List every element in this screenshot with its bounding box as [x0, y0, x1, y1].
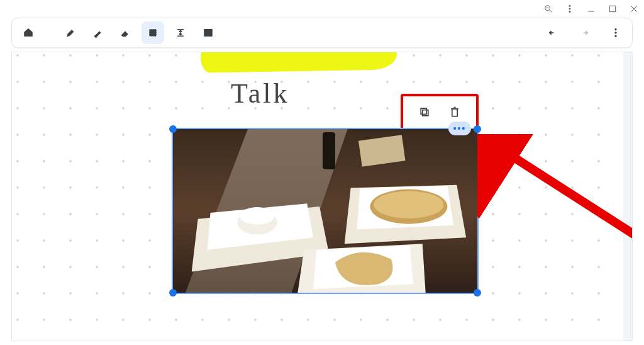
resize-handle-top-right[interactable] — [474, 125, 481, 133]
main-toolbar — [11, 18, 633, 48]
resize-handle-top-left[interactable] — [169, 125, 177, 133]
svg-point-4 — [569, 8, 570, 9]
toolbar-overflow-button[interactable] — [604, 21, 627, 44]
svg-point-32 — [374, 191, 443, 218]
resize-handle-bottom-right[interactable] — [474, 289, 481, 297]
lasso-select-button[interactable] — [142, 21, 164, 44]
resize-handle-bottom-left[interactable] — [169, 289, 177, 297]
image-more-button[interactable]: ••• — [448, 122, 471, 135]
svg-rect-35 — [323, 132, 335, 169]
svg-rect-18 — [423, 110, 428, 116]
delete-button[interactable] — [446, 103, 464, 121]
selected-image[interactable]: ••• — [172, 128, 479, 294]
svg-point-17 — [615, 35, 617, 37]
pen-button[interactable] — [58, 21, 81, 44]
svg-rect-7 — [609, 6, 615, 11]
svg-rect-10 — [150, 30, 157, 37]
close-icon[interactable] — [629, 4, 639, 14]
zoom-out-icon[interactable] — [543, 4, 553, 14]
svg-rect-19 — [421, 108, 426, 114]
maximize-icon[interactable] — [608, 4, 618, 14]
svg-point-3 — [569, 5, 570, 6]
svg-rect-20 — [452, 109, 457, 116]
copy-button[interactable] — [416, 103, 433, 121]
handwriting-text: Talk — [231, 77, 290, 110]
minimize-icon[interactable] — [586, 4, 596, 14]
highlighter-stroke — [201, 52, 397, 73]
fit-image-button[interactable] — [169, 21, 192, 44]
svg-line-1 — [550, 10, 552, 12]
home-button[interactable] — [17, 21, 40, 44]
scrollbar[interactable] — [623, 52, 632, 341]
redo-button[interactable] — [573, 21, 596, 44]
canvas[interactable]: Talk — [11, 52, 633, 341]
undo-button[interactable] — [541, 21, 564, 44]
svg-point-5 — [569, 11, 570, 13]
image-content — [173, 129, 477, 293]
svg-point-16 — [615, 32, 617, 34]
svg-point-28 — [240, 207, 275, 225]
kebab-icon[interactable] — [565, 4, 575, 14]
highlighter-button[interactable] — [86, 21, 109, 44]
window-bar — [0, 0, 644, 18]
svg-point-15 — [615, 28, 617, 30]
eraser-button[interactable] — [114, 21, 136, 44]
insert-image-button[interactable] — [197, 21, 219, 44]
